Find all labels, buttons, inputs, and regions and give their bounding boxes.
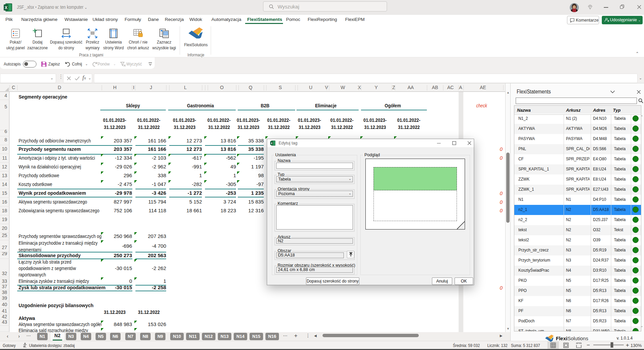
svg-text:X: X — [5, 5, 7, 10]
svg-text:X: X — [271, 142, 273, 145]
